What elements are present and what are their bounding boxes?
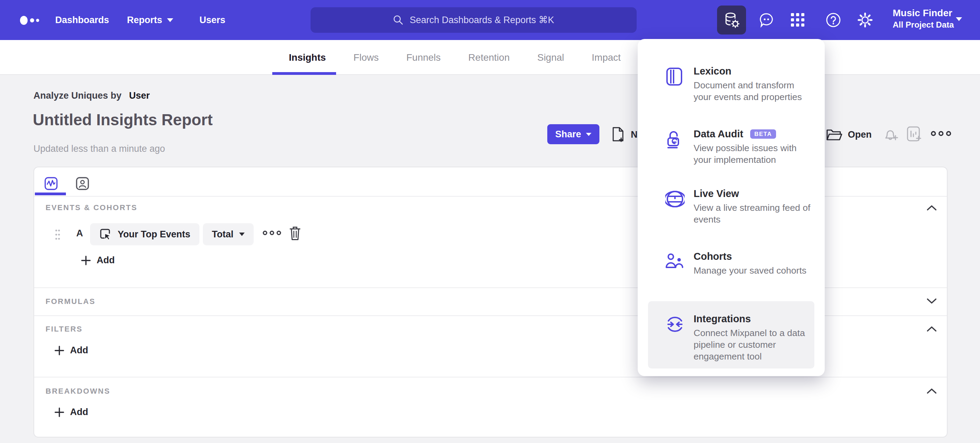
add-filter-button[interactable]: Add [54, 345, 88, 356]
top-nav-bar: Dashboards Reports Users Search Dashboar… [0, 0, 980, 40]
chart-plus-icon [905, 125, 923, 143]
page-title[interactable]: Untitled Insights Report [33, 110, 213, 129]
menu-item-title: Data Audit [694, 129, 743, 140]
project-name: Music Finder [893, 7, 954, 19]
apps-grid-icon [790, 13, 805, 28]
delete-event-button[interactable] [289, 226, 301, 241]
drag-handle[interactable] [55, 229, 60, 240]
tab-retention[interactable]: Retention [468, 52, 510, 63]
tab-insights[interactable]: Insights [289, 52, 326, 63]
add-filter-label: Add [70, 345, 88, 356]
chevron-up-icon[interactable] [926, 326, 937, 332]
filters-section-label: FILTERS [46, 325, 83, 333]
chevron-down-icon [239, 233, 245, 236]
apps-menu-button[interactable] [790, 0, 805, 40]
chevron-down-icon[interactable] [956, 17, 962, 21]
event-row-letter: A [76, 228, 83, 239]
plus-icon [81, 255, 91, 266]
report-type-tabbar: Insights Flows Funnels Retention Signal … [0, 40, 980, 75]
create-alert-button[interactable] [881, 125, 899, 143]
chevron-down-icon [586, 133, 592, 136]
share-button-label: Share [555, 129, 581, 140]
ellipsis-icon [930, 130, 952, 137]
nav-item-reports[interactable]: Reports [127, 0, 173, 40]
add-breakdown-button[interactable]: Add [54, 407, 88, 418]
divider [34, 377, 947, 378]
event-selector-label: Your Top Events [118, 229, 191, 240]
menu-item-title: Integrations [694, 313, 751, 325]
tab-impact[interactable]: Impact [592, 52, 621, 63]
analyze-entity-select[interactable]: User [129, 91, 150, 101]
nav-item-users[interactable]: Users [199, 0, 225, 40]
nav-item-reports-label: Reports [127, 15, 162, 25]
event-click-icon [99, 228, 112, 241]
plus-icon [54, 407, 65, 418]
share-button[interactable]: Share [547, 124, 600, 144]
search-icon [393, 15, 403, 25]
chevron-up-icon[interactable] [926, 388, 937, 394]
plus-icon [54, 345, 65, 356]
more-actions-button[interactable] [930, 130, 952, 137]
trash-icon [289, 226, 301, 241]
menu-item-description: View a live streaming feed of events [694, 202, 813, 225]
folder-open-icon [826, 127, 842, 142]
tab-users-view[interactable] [76, 176, 89, 191]
mixpanel-logo-icon[interactable] [19, 15, 42, 25]
active-tab-indicator [272, 72, 336, 75]
search-input[interactable]: Search Dashboards & Reports ⌘K [310, 7, 636, 33]
cohorts-people-icon [665, 252, 685, 270]
settings-button[interactable] [857, 0, 873, 40]
open-report-label: Open [848, 129, 872, 140]
project-switcher[interactable]: Music Finder All Project Data [893, 7, 954, 30]
integrations-sync-icon [665, 314, 685, 334]
data-management-dropdown: Lexicon Document and transform your even… [638, 39, 825, 376]
add-to-dashboard-button[interactable] [905, 125, 923, 143]
chevron-down-icon[interactable] [926, 298, 937, 304]
add-breakdown-label: Add [70, 407, 88, 418]
menu-item-title: Cohorts [694, 251, 732, 262]
data-management-button[interactable] [717, 6, 746, 35]
nav-item-dashboards-label: Dashboards [55, 15, 109, 25]
event-row-more-button[interactable] [262, 229, 282, 237]
menu-item-description: Document and transform your events and p… [694, 79, 813, 103]
event-selector-button[interactable]: Your Top Events [90, 223, 199, 245]
nav-item-dashboards[interactable]: Dashboards [55, 0, 109, 40]
help-button[interactable] [826, 0, 841, 40]
breadcrumb: Analyze Uniques by User [33, 91, 150, 101]
updated-timestamp: Updated less than a minute ago [33, 143, 165, 154]
menu-item-title: Live View [694, 188, 739, 199]
search-placeholder: Search Dashboards & Reports ⌘K [410, 14, 554, 25]
tab-funnels[interactable]: Funnels [406, 52, 441, 63]
active-panel-tab-indicator [35, 192, 66, 195]
tab-signal[interactable]: Signal [537, 52, 564, 63]
beta-badge: BETA [750, 129, 776, 139]
data-audit-lock-icon [665, 130, 683, 150]
analyze-prefix-label: Analyze Uniques by [33, 91, 121, 101]
globe-icon [665, 189, 685, 209]
feedback-button[interactable] [758, 0, 775, 40]
add-event-label: Add [97, 255, 115, 266]
add-event-button[interactable]: Add [81, 255, 115, 266]
user-card-icon [76, 176, 89, 191]
menu-item-description: Manage your saved cohorts [694, 265, 813, 276]
tab-metrics-view[interactable] [44, 176, 58, 191]
menu-item-title: Lexicon [694, 65, 732, 77]
breakdowns-section-label: BREAKDOWNS [46, 387, 110, 396]
feedback-bubble-icon [758, 12, 775, 28]
lexicon-book-icon [665, 67, 683, 86]
project-scope: All Project Data [893, 19, 954, 30]
bell-plus-icon [881, 125, 899, 143]
formulas-section-label: FORMULAS [46, 297, 95, 306]
open-report-button[interactable]: Open [826, 125, 872, 144]
chevron-down-icon [167, 18, 173, 22]
events-section-label: EVENTS & COHORTS [46, 203, 137, 212]
metric-selector-button[interactable]: Total [203, 223, 254, 245]
database-gear-icon [722, 11, 741, 29]
document-plus-icon [611, 126, 625, 143]
mixpanel-app: Dashboards Reports Users Search Dashboar… [0, 0, 980, 443]
tab-flows[interactable]: Flows [353, 52, 379, 63]
gear-icon [857, 12, 873, 28]
pulse-chart-icon [44, 176, 58, 191]
chevron-up-icon[interactable] [926, 205, 937, 211]
menu-item-description: Connect Mixpanel to a data pipeline or c… [694, 327, 813, 362]
